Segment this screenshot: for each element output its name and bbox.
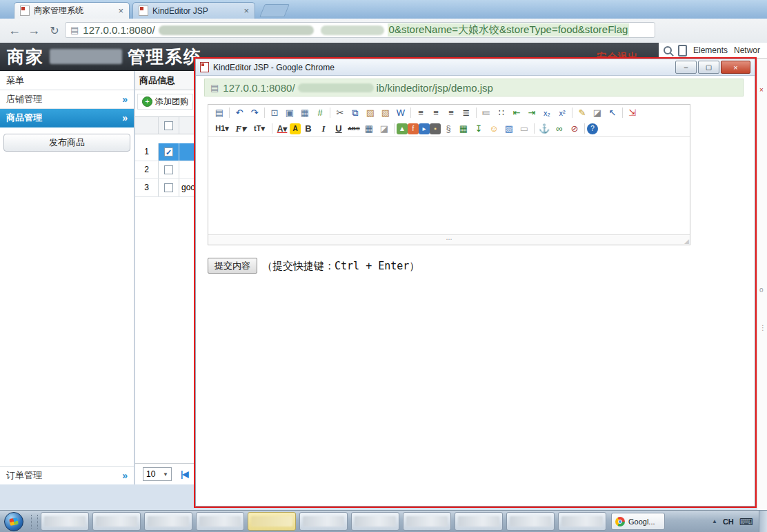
source-icon[interactable]: ▤ (212, 106, 227, 120)
ordered-list-icon[interactable]: ≔ (479, 106, 494, 120)
resize-corner-icon[interactable]: ◢ (684, 238, 689, 245)
table-grid-icon[interactable]: ▦ (361, 122, 377, 136)
emoticon-icon[interactable]: ☺ (486, 122, 501, 136)
keyboard-icon[interactable]: ⌨ (739, 516, 753, 527)
maximize-button[interactable]: ▢ (698, 61, 719, 74)
taskbar-google-window[interactable]: Googl... (611, 513, 665, 530)
font-size-icon[interactable]: tT▾ (249, 122, 270, 136)
heading-icon[interactable]: H1▾ (212, 122, 232, 136)
align-center-icon[interactable]: ≡ (428, 106, 444, 120)
taskbar-window-button[interactable] (92, 512, 141, 531)
paste-text-icon[interactable]: ▧ (378, 106, 393, 120)
devtools-close-icon[interactable]: × (759, 86, 764, 94)
copy-icon[interactable]: ⧉ (348, 106, 363, 120)
link-icon[interactable]: ∞ (552, 122, 567, 136)
code-icon[interactable]: # (312, 106, 328, 120)
new-tab-button[interactable] (259, 4, 290, 17)
sidebar-item-store-management[interactable]: 店铺管理 » (0, 90, 134, 109)
align-left-icon[interactable]: ≡ (413, 106, 428, 120)
row-checkbox[interactable] (164, 165, 173, 174)
text-color-icon[interactable]: A▾ (275, 122, 290, 136)
attachment-icon[interactable]: § (441, 122, 456, 136)
minimize-button[interactable]: – (675, 61, 697, 74)
search-icon[interactable] (664, 46, 672, 54)
popup-address-bar[interactable]: ▤ 127.0.0.1:8080/ ib/kindeditor/jsp/demo… (204, 79, 744, 96)
taskbar-window-button[interactable] (299, 512, 348, 531)
tray-expand-icon[interactable]: ▲ (712, 518, 717, 524)
taskbar-window-button[interactable] (248, 512, 296, 531)
taskbar-window-button[interactable] (144, 512, 192, 531)
submit-button[interactable]: 提交内容 (208, 258, 257, 274)
indent-icon[interactable]: ⇥ (524, 106, 539, 120)
show-desktop-button[interactable] (759, 511, 767, 532)
movie-icon[interactable]: ▪ (430, 123, 441, 134)
paste-icon[interactable]: ▨ (363, 106, 378, 120)
hr-icon[interactable]: ↧ (471, 122, 486, 136)
fullscreen-icon[interactable]: ⇲ (625, 106, 640, 120)
tab-kindeditor[interactable]: KindEditor JSP × (132, 2, 255, 19)
close-button[interactable]: × (721, 61, 750, 74)
unlink-icon[interactable]: ⊘ (567, 122, 582, 136)
devtools-tab-elements[interactable]: Elements (693, 45, 728, 55)
taskbar-window-button[interactable] (506, 512, 555, 531)
taskbar-window-button[interactable] (196, 512, 244, 531)
back-icon[interactable]: ← (6, 21, 23, 39)
italic-icon[interactable]: I (316, 122, 331, 136)
outdent-icon[interactable]: ⇤ (509, 106, 524, 120)
taskbar-window-button[interactable] (41, 512, 89, 531)
underline-icon[interactable]: U (331, 122, 346, 136)
paste-word-icon[interactable]: W (393, 106, 408, 120)
popup-title-bar[interactable]: KindEditor JSP - Google Chrome – ▢ × (196, 59, 755, 76)
pagebreak-icon[interactable]: ▭ (517, 122, 532, 136)
device-toolbar-icon[interactable] (678, 45, 687, 57)
unordered-list-icon[interactable]: ∷ (494, 106, 509, 120)
devtools-tab-network[interactable]: Networ (734, 45, 760, 55)
template-icon[interactable]: ▦ (297, 106, 312, 120)
start-button[interactable] (4, 512, 23, 531)
clear-format-icon[interactable]: ◪ (590, 106, 605, 120)
select-all-icon[interactable]: ↖ (605, 106, 620, 120)
address-bar[interactable]: ▤ 127.0.0.1:8080/ 0&storeName=大娘水饺&store… (65, 22, 655, 38)
select-all-checkbox[interactable] (164, 121, 173, 130)
image-icon[interactable]: ▲ (397, 123, 408, 134)
taskbar-window-button[interactable] (455, 512, 503, 531)
publish-product-button[interactable]: 发布商品 (3, 134, 130, 152)
language-indicator[interactable]: CH (723, 518, 734, 526)
table-row[interactable]: 2 (135, 161, 201, 179)
eraser-icon[interactable]: ◪ (377, 122, 392, 136)
add-groupon-button[interactable]: + 添加团购 (137, 94, 193, 110)
anchor-icon[interactable]: ⚓ (537, 122, 552, 136)
media-icon[interactable]: ▸ (419, 123, 430, 134)
tab-close-icon[interactable]: × (243, 6, 249, 15)
taskbar-window-button[interactable] (351, 512, 399, 531)
sidebar-item-product-management[interactable]: 商品管理 » (0, 109, 134, 127)
table-icon[interactable]: ▦ (456, 122, 471, 136)
print-icon[interactable]: ▣ (282, 106, 297, 120)
refresh-icon[interactable]: ↻ (46, 21, 63, 39)
forward-icon[interactable]: → (25, 21, 43, 39)
redo-icon[interactable]: ↷ (247, 106, 262, 120)
editor-content-area[interactable] (208, 137, 690, 234)
map-icon[interactable]: ▧ (501, 122, 517, 136)
undo-icon[interactable]: ↶ (232, 106, 247, 120)
format-brush-icon[interactable]: ✎ (575, 106, 590, 120)
editor-resize-bar[interactable]: ⋯ ◢ (208, 234, 690, 245)
cut-icon[interactable]: ✂ (332, 106, 348, 120)
sidebar-item-order-management[interactable]: 订单管理 » (0, 466, 134, 484)
taskbar-window-button[interactable] (403, 512, 451, 531)
taskbar-window-button[interactable] (558, 512, 606, 531)
about-icon[interactable]: ? (587, 123, 598, 134)
tab-close-icon[interactable]: × (118, 6, 123, 15)
font-family-icon[interactable]: F▾ (232, 122, 249, 136)
table-row[interactable]: 1✓ (135, 143, 201, 161)
highlight-icon[interactable]: A (290, 123, 301, 134)
row-checkbox[interactable]: ✓ (164, 147, 173, 156)
tab-merchant-system[interactable]: 商家管理系统 × (14, 2, 130, 19)
strikethrough-icon[interactable]: ABC (346, 122, 361, 136)
page-size-select[interactable]: 10 ▼ (143, 467, 172, 481)
first-page-icon[interactable]: |◀ (181, 469, 188, 479)
bold-icon[interactable]: B (301, 122, 316, 136)
row-checkbox[interactable] (164, 183, 173, 192)
align-right-icon[interactable]: ≡ (444, 106, 459, 120)
preview-icon[interactable]: ⊡ (267, 106, 282, 120)
